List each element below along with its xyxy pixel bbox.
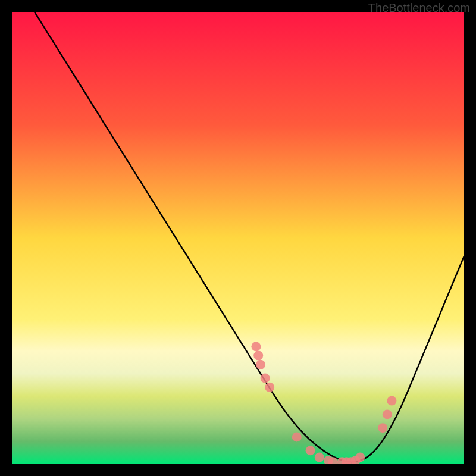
data-point — [387, 396, 396, 406]
chart-svg — [12, 12, 464, 464]
data-point — [253, 351, 263, 361]
data-point — [383, 409, 392, 419]
data-point — [355, 453, 365, 462]
chart-container: TheBottleneck.com — [0, 0, 476, 476]
data-point — [251, 342, 261, 351]
data-point — [292, 432, 302, 441]
plot-area — [12, 12, 464, 464]
data-point — [315, 453, 324, 462]
data-point — [265, 383, 274, 392]
data-point — [261, 374, 270, 383]
data-point — [378, 423, 387, 433]
data-point — [306, 446, 315, 455]
gradient-background — [12, 12, 464, 464]
data-point — [256, 360, 265, 369]
watermark-text: TheBottleneck.com — [368, 1, 470, 15]
